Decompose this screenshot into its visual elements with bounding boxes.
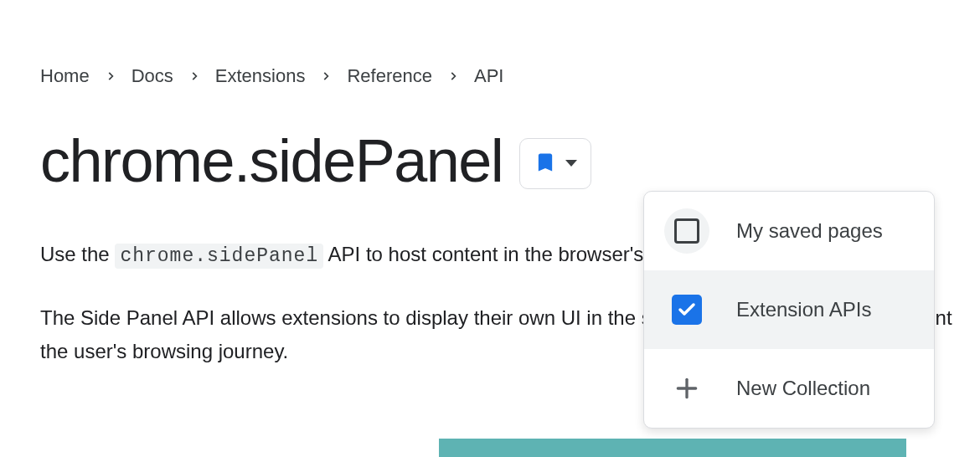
- breadcrumb-home[interactable]: Home: [40, 65, 90, 87]
- inline-code-api: chrome.sidePanel: [115, 244, 323, 269]
- caret-down-icon: [565, 160, 577, 167]
- chevron-right-icon: [188, 70, 200, 82]
- breadcrumb-extensions[interactable]: Extensions: [215, 65, 306, 87]
- breadcrumb-reference[interactable]: Reference: [347, 65, 432, 87]
- intro-text-pre: Use the: [40, 243, 115, 265]
- dropdown-item-label: Extension APIs: [736, 298, 871, 321]
- breadcrumb-api[interactable]: API: [474, 65, 503, 87]
- dropdown-item-label: New Collection: [736, 377, 870, 400]
- chevron-right-icon: [320, 70, 332, 82]
- bookmark-dropdown-menu: My saved pages Extension APIs New Collec…: [643, 191, 935, 429]
- dropdown-item-my-saved-pages[interactable]: My saved pages: [644, 192, 934, 270]
- bookmark-icon: [534, 151, 557, 177]
- illustration-strip: [439, 439, 906, 457]
- chevron-right-icon: [447, 70, 459, 82]
- dropdown-item-label: My saved pages: [736, 219, 883, 243]
- checkbox-unchecked-icon: [664, 208, 709, 254]
- chevron-right-icon: [105, 70, 116, 82]
- breadcrumb-docs[interactable]: Docs: [132, 65, 173, 87]
- dropdown-item-new-collection[interactable]: New Collection: [644, 349, 934, 428]
- checkbox-checked-icon: [664, 287, 709, 332]
- plus-icon: [664, 366, 709, 411]
- bookmark-dropdown-button[interactable]: [519, 138, 591, 189]
- dropdown-item-extension-apis[interactable]: Extension APIs: [644, 270, 934, 349]
- page-title: chrome.sidePanel: [40, 131, 503, 191]
- breadcrumb: Home Docs Extensions Reference API: [40, 65, 980, 87]
